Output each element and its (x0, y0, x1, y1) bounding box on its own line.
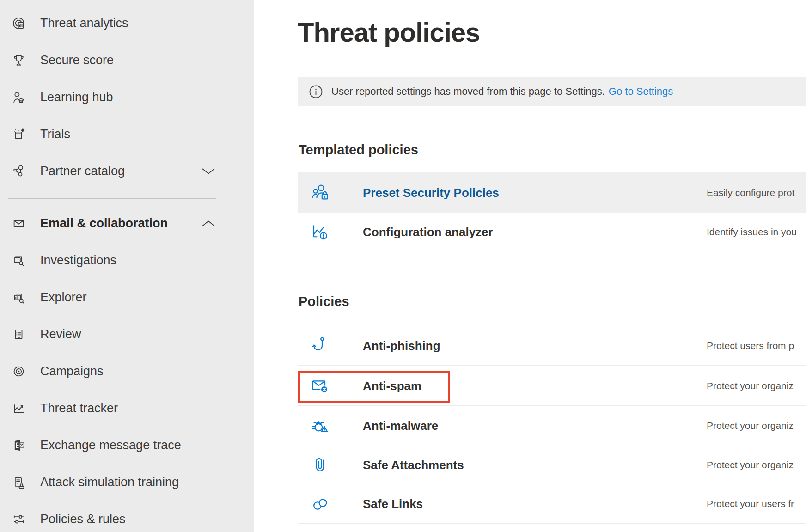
sidebar-item-review[interactable]: Review (0, 316, 254, 353)
policy-row-description: Protect your organiz (707, 420, 794, 431)
review-icon (11, 327, 26, 342)
sidebar-item-label: Campaigns (40, 364, 104, 379)
attack-simulation-training-icon (11, 475, 26, 490)
policy-row-anti-spam[interactable]: Anti-spam Protect your organiz (298, 365, 806, 406)
policy-row-label[interactable]: Preset Security Policies (363, 185, 499, 200)
preset-security-policies-icon (310, 182, 331, 203)
sidebar-item-label: Email & collaboration (40, 216, 168, 231)
sidebar-item-threat-tracker[interactable]: Threat tracker (0, 390, 254, 427)
anti-phishing-icon (310, 335, 331, 356)
sidebar-item-label: Learning hub (40, 90, 113, 104)
threat-tracker-icon (11, 401, 26, 416)
policy-row-description: Protect your organiz (707, 459, 794, 471)
campaigns-icon (11, 364, 26, 379)
safe-links-icon (310, 493, 331, 514)
page-title: Threat policies (298, 17, 480, 48)
sidebar-item-label: Trials (40, 127, 70, 141)
policy-row-description: Protect your organiz (707, 380, 794, 391)
safe-attachments-icon (310, 454, 331, 476)
policy-row-safe-attachments[interactable]: Safe Attachments Protect your organiz (298, 445, 806, 484)
explorer-icon (11, 290, 26, 305)
investigations-icon (11, 253, 26, 268)
sidebar-item-label: Exchange message trace (40, 438, 181, 453)
sidebar-item-exchange-message-trace[interactable]: Exchange message trace (0, 427, 254, 464)
learning-hub-icon (11, 90, 26, 105)
chevron-down-icon (202, 167, 215, 175)
sidebar-item-label: Investigations (40, 253, 116, 268)
policy-row-label[interactable]: Anti-spam (363, 379, 421, 393)
threat-analytics-icon (11, 16, 26, 31)
go-to-settings-link[interactable]: Go to Settings (609, 86, 673, 98)
configuration-analyzer-icon (310, 221, 331, 243)
sidebar-item-threat-analytics[interactable]: Threat analytics (0, 5, 254, 42)
policy-row-label[interactable]: Safe Attachments (363, 458, 464, 472)
threat-policies-page: Threat analytics Secure score Learning h… (0, 0, 806, 532)
policy-row-description: Identify issues in you (707, 226, 797, 238)
chevron-up-icon (202, 220, 215, 227)
anti-malware-icon (310, 415, 331, 436)
sidebar-item-label: Partner catalog (40, 164, 125, 178)
secure-score-icon (11, 53, 26, 68)
sidebar-item-campaigns[interactable]: Campaigns (0, 353, 254, 390)
sidebar-item-label: Policies & rules (40, 512, 126, 526)
policy-row-label[interactable]: Anti-phishing (363, 338, 440, 353)
sidebar-item-label: Explorer (40, 290, 87, 305)
sidebar-item-attack-simulation-training[interactable]: Attack simulation training (0, 464, 254, 501)
sidebar-item-partner-catalog[interactable]: Partner catalog (0, 153, 254, 190)
policy-row-anti-malware[interactable]: Anti-malware Protect your organiz (298, 405, 806, 445)
sidebar-item-learning-hub[interactable]: Learning hub (0, 79, 254, 116)
banner-message: User reported settings has moved from th… (331, 86, 605, 98)
sidebar-item-secure-score[interactable]: Secure score (0, 42, 254, 79)
policy-row-label[interactable]: Configuration analyzer (363, 225, 493, 239)
exchange-message-trace-icon (11, 438, 26, 453)
main-content: Threat policies User reported settings h… (254, 0, 806, 532)
policy-row-anti-phishing[interactable]: Anti-phishing Protect users from p (298, 326, 806, 365)
sidebar-item-trials[interactable]: Trials (0, 116, 254, 153)
section-heading-templated-policies: Templated policies (299, 142, 418, 158)
policy-row-preset-security-policies[interactable]: Preset Security Policies Easily configur… (298, 172, 806, 213)
policies-rules-icon (11, 512, 26, 527)
sidebar-item-email-collaboration[interactable]: Email & collaboration (0, 205, 254, 242)
sidebar-item-explorer[interactable]: Explorer (0, 279, 254, 316)
policy-row-configuration-analyzer[interactable]: Configuration analyzer Identify issues i… (298, 213, 806, 251)
policy-row-label[interactable]: Safe Links (363, 497, 423, 511)
policy-row-label[interactable]: Anti-malware (363, 418, 438, 433)
policy-row-description: Protect users from p (707, 340, 794, 351)
sidebar-item-label: Threat analytics (40, 16, 128, 31)
sidebar-item-label: Review (40, 327, 81, 342)
sidebar-item-label: Secure score (40, 53, 114, 67)
policy-row-description: Easily configure prot (707, 187, 794, 198)
sidebar-divider (8, 198, 216, 199)
section-heading-policies: Policies (299, 294, 349, 309)
sidebar-item-label: Threat tracker (40, 401, 118, 416)
sidebar-item-policies-rules[interactable]: Policies & rules (0, 501, 254, 532)
info-banner: User reported settings has moved from th… (298, 77, 806, 106)
sidebar: Threat analytics Secure score Learning h… (0, 0, 254, 532)
sidebar-item-label: Attack simulation training (40, 475, 179, 489)
partner-catalog-icon (11, 164, 26, 179)
info-icon (308, 84, 324, 99)
policy-row-safe-links[interactable]: Safe Links Protect your users fr (298, 484, 806, 524)
trials-icon (11, 127, 26, 142)
email-collaboration-icon (11, 216, 26, 231)
policy-row-description: Protect your users fr (707, 498, 794, 509)
anti-spam-icon (310, 375, 331, 397)
sidebar-item-investigations[interactable]: Investigations (0, 242, 254, 279)
